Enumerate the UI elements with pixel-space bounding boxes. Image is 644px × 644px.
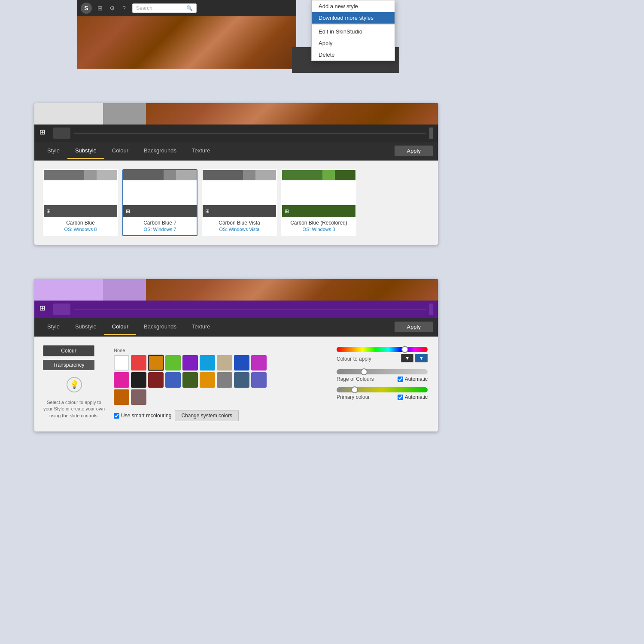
toolbar-search-box[interactable]: Search 🔍: [132, 3, 197, 13]
color-swatch-orange[interactable]: [148, 355, 164, 371]
preview-gray-block: [103, 103, 146, 125]
search-icon: 🔍: [186, 5, 193, 11]
style-panel-preview-bar: [34, 103, 438, 125]
context-menu-item-edit[interactable]: Edit in SkinStudio: [312, 26, 395, 37]
style-panel: ⊞ Style Substyle Colour Backgrounds Text…: [34, 103, 438, 245]
context-menu-divider: [312, 24, 395, 25]
color-taskbar-line: [74, 309, 426, 310]
primary-slider[interactable]: [337, 387, 428, 392]
tab-texture[interactable]: Texture: [184, 143, 218, 159]
color-swatch-gray[interactable]: [217, 372, 232, 388]
style-card-carbon-blue-7[interactable]: ⊞ Carbon Blue 7 OS: Windows 7: [122, 169, 197, 236]
color-swatch-dark[interactable]: [131, 372, 146, 388]
primary-slider-thumb[interactable]: [351, 386, 358, 393]
style-card-preview: ⊞: [123, 170, 197, 217]
color-swatch-mauve[interactable]: [131, 389, 146, 405]
range-slider-row: Rage of Colours Automatic: [337, 369, 428, 382]
style-panel-apply-button[interactable]: Apply: [395, 146, 433, 156]
taskbar-windows-icon: ⊞: [39, 128, 50, 138]
color-apply-box-dark[interactable]: ▼: [401, 354, 413, 362]
toolbar-texture-area: [77, 16, 296, 69]
color-tab-substyle[interactable]: Substyle: [67, 319, 104, 335]
color-swatch-magenta[interactable]: [251, 355, 267, 371]
tab-style[interactable]: Style: [39, 143, 67, 159]
range-auto-checkbox[interactable]: [398, 377, 403, 382]
rainbow-slider-thumb[interactable]: [401, 346, 408, 353]
color-tab-colour[interactable]: Colour: [104, 319, 136, 335]
color-taskbar-end: [429, 304, 433, 315]
color-panel-taskbar: ⊞: [34, 301, 438, 318]
smart-recolor-text: Use smart recolouring: [121, 413, 171, 419]
style-panel-taskbar: ⊞: [34, 125, 438, 142]
color-apply-box-blue[interactable]: ▼: [415, 354, 428, 362]
style-card-carbon-blue[interactable]: ⊞ Carbon Blue OS: Windows 8: [43, 169, 118, 236]
tab-backgrounds[interactable]: Backgrounds: [136, 143, 184, 159]
color-swatch-dark-red[interactable]: [148, 372, 164, 388]
style-card-os: OS: Windows 7: [123, 227, 197, 232]
style-panel-tabs: Style Substyle Colour Backgrounds Textur…: [34, 142, 438, 161]
toolbar-search-placeholder: Search: [136, 5, 152, 11]
color-swatch-cyan[interactable]: [200, 355, 215, 371]
toolbar-icon-settings[interactable]: ⚙: [107, 3, 117, 13]
color-tab-texture[interactable]: Texture: [184, 319, 218, 335]
context-menu-item-add[interactable]: Add a new style: [312, 0, 395, 12]
range-auto-label[interactable]: Automatic: [398, 376, 428, 382]
color-swatch-pink[interactable]: [114, 372, 129, 388]
color-tab-style[interactable]: Style: [39, 319, 67, 335]
toolbar-logo: S: [81, 3, 92, 14]
color-panel-apply-button[interactable]: Apply: [395, 322, 433, 332]
style-card-name: Carbon Blue 7: [123, 220, 197, 226]
primary-auto-checkbox[interactable]: [398, 395, 403, 400]
rainbow-slider[interactable]: [337, 347, 428, 352]
color-swatch-blue[interactable]: [234, 355, 249, 371]
range-slider[interactable]: [337, 369, 428, 374]
style-card-preview: ⊞: [44, 170, 117, 217]
color-swatch-tan[interactable]: [217, 355, 232, 371]
smart-recolor-checkbox[interactable]: [114, 413, 119, 419]
toolbar-icon-grid[interactable]: ⊞: [95, 3, 105, 13]
transparency-option-button[interactable]: Transparency: [43, 360, 94, 370]
color-swatch-amber[interactable]: [200, 372, 215, 388]
style-card-preview: ⊞: [282, 170, 355, 217]
style-card-carbon-vista[interactable]: ⊞ Carbon Blue Vista OS: Windows Vista: [202, 169, 277, 236]
color-swatch-none[interactable]: [114, 355, 129, 371]
tab-colour[interactable]: Colour: [104, 143, 136, 159]
toolbar-icon-help[interactable]: ?: [119, 3, 129, 13]
context-menu-item-download[interactable]: Download more styles: [312, 12, 395, 24]
color-swatch-burnt-orange[interactable]: [114, 389, 129, 405]
color-swatch-purple[interactable]: [182, 355, 198, 371]
style-card-carbon-recolored[interactable]: ⊞ Carbon Blue (Recolored) OS: Windows 8: [281, 169, 356, 236]
none-label: None: [114, 348, 125, 353]
change-system-colors-button[interactable]: Change system colors: [175, 410, 239, 421]
color-preview-texture: [146, 279, 438, 301]
smart-recolor-label[interactable]: Use smart recolouring: [114, 413, 171, 419]
primary-auto-label[interactable]: Automatic: [398, 394, 428, 400]
color-swatch-teal-blue[interactable]: [234, 372, 249, 388]
preview-white-block: [34, 103, 103, 125]
style-cards-container: ⊞ Carbon Blue OS: Windows 8 ⊞ Carbon Blu…: [34, 161, 438, 245]
preview-texture-block: [146, 103, 438, 125]
range-auto-text: Automatic: [405, 376, 428, 382]
range-slider-thumb[interactable]: [361, 368, 368, 375]
context-menu-item-apply[interactable]: Apply: [312, 37, 395, 49]
color-tab-backgrounds[interactable]: Backgrounds: [136, 319, 184, 335]
color-swatch-red[interactable]: [131, 355, 146, 371]
color-info-icon: 💡: [67, 377, 82, 392]
color-panel-tabs: Style Substyle Colour Backgrounds Textur…: [34, 318, 438, 337]
color-info-text: Select a colour to apply to your Style o…: [43, 399, 105, 419]
taskbar-button: [53, 128, 70, 139]
taskbar-end: [429, 128, 433, 139]
color-swatch-green[interactable]: [165, 355, 181, 371]
primary-slider-row: Primary colour Automatic: [337, 387, 428, 400]
style-card-os: OS: Windows 8: [282, 227, 355, 232]
tab-substyle[interactable]: Substyle: [67, 143, 104, 159]
color-swatch-periwinkle[interactable]: [251, 372, 267, 388]
context-menu-item-delete[interactable]: Delete: [312, 49, 395, 61]
context-menu: Add a new style Download more styles Edi…: [311, 0, 395, 61]
top-section: S ⊞ ⚙ ? Search 🔍 Add a new style Downloa…: [0, 0, 644, 94]
colour-option-button[interactable]: Colour: [43, 345, 94, 356]
primary-slider-label-row: Primary colour Automatic: [337, 394, 428, 400]
style-card-preview: ⊞: [203, 170, 276, 217]
color-swatch-dark-green[interactable]: [182, 372, 198, 388]
color-swatch-slate-blue[interactable]: [165, 372, 181, 388]
